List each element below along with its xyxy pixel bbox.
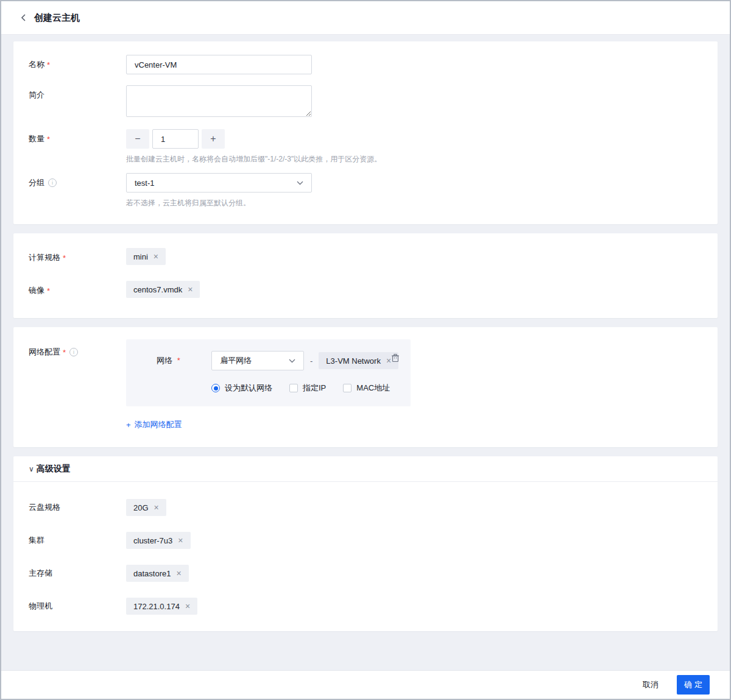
disk-spec-tag: 20G ×	[126, 499, 166, 516]
count-input[interactable]	[152, 129, 199, 149]
collapse-chevron-icon: ∨	[29, 465, 34, 473]
primary-storage-row: 主存储 datastore1 ×	[29, 565, 702, 582]
page-title: 创建云主机	[34, 12, 80, 24]
group-row: 分组 i test-1 若不选择，云主机将归属至默认分组。	[29, 173, 702, 208]
radio-selected-icon	[211, 384, 220, 392]
network-type-value: 扁平网络	[220, 355, 252, 366]
name-input[interactable]	[126, 55, 312, 74]
checkbox-unchecked-icon	[289, 384, 298, 392]
advanced-settings-title: 高级设置	[37, 464, 71, 475]
plus-icon: +	[126, 420, 131, 430]
physical-host-tag: 172.21.0.174 ×	[126, 598, 197, 615]
confirm-button[interactable]: 确定	[677, 675, 710, 695]
image-tag: centos7.vmdk ×	[126, 281, 200, 298]
mac-address-checkbox[interactable]: MAC地址	[343, 383, 390, 394]
network-card: 网络配置 * i 网络 * 扁平网络	[13, 327, 718, 447]
compute-spec-tag: mini ×	[126, 248, 166, 265]
group-select-value: test-1	[135, 179, 155, 188]
default-network-radio[interactable]: 设为默认网络	[211, 383, 272, 394]
image-label: 镜像 *	[29, 281, 126, 296]
increment-button[interactable]: +	[202, 129, 225, 149]
decrement-button[interactable]: −	[126, 129, 149, 149]
cluster-label: 集群	[29, 532, 126, 546]
name-row: 名称 *	[29, 55, 702, 74]
required-mark: *	[47, 135, 50, 144]
spec-card: 计算规格 * mini × 镜像 * centos7.vmdk	[13, 233, 718, 318]
count-stepper: − +	[126, 129, 381, 149]
network-config-label: 网络配置 * i	[29, 339, 126, 358]
description-row: 简介	[29, 85, 702, 117]
required-mark: *	[63, 348, 66, 357]
page-header: 创建云主机	[1, 1, 730, 35]
remove-icon[interactable]: ×	[154, 252, 158, 261]
network-config-panel: 网络 * 扁平网络 - L3-VM Network	[126, 339, 411, 406]
back-button[interactable]	[21, 13, 27, 22]
description-textarea[interactable]	[126, 85, 312, 117]
network-field-label: 网络 *	[157, 355, 211, 366]
required-mark: *	[47, 286, 50, 295]
cluster-row: 集群 cluster-7u3 ×	[29, 532, 702, 549]
group-label: 分组 i	[29, 173, 126, 188]
network-config-row: 网络配置 * i 网络 * 扁平网络	[29, 339, 702, 406]
compute-spec-label: 计算规格 *	[29, 248, 126, 263]
create-vm-page: 创建云主机 名称 * 简介	[0, 0, 731, 700]
info-icon: i	[69, 348, 78, 356]
primary-storage-tag: datastore1 ×	[126, 565, 189, 582]
add-network-config-link[interactable]: + 添加网络配置	[126, 419, 182, 430]
remove-icon[interactable]: ×	[185, 602, 190, 610]
checkbox-unchecked-icon	[343, 384, 351, 392]
required-mark: *	[47, 60, 50, 69]
group-select[interactable]: test-1	[126, 173, 312, 193]
primary-storage-label: 主存储	[29, 565, 126, 579]
trash-icon	[391, 353, 400, 362]
dash-separator: -	[310, 356, 313, 366]
physical-host-row: 物理机 172.21.0.174 ×	[29, 598, 702, 615]
chevron-down-icon	[289, 359, 295, 363]
advanced-settings-toggle[interactable]: ∨ 高级设置	[13, 456, 718, 482]
count-label: 数量 *	[29, 129, 126, 144]
advanced-settings-body: 云盘规格 20G × 集群 cluster-7u3 × 主存储	[13, 482, 718, 631]
l3-network-tag: L3-VM Network ×	[319, 352, 398, 369]
basic-info-card: 名称 * 简介 数量 *	[13, 41, 718, 224]
chevron-left-icon	[21, 13, 27, 22]
image-row: 镜像 * centos7.vmdk ×	[29, 281, 702, 298]
remove-icon[interactable]: ×	[178, 536, 183, 545]
info-icon: i	[48, 179, 57, 187]
group-hint: 若不选择，云主机将归属至默认分组。	[126, 198, 312, 208]
disk-spec-row: 云盘规格 20G ×	[29, 499, 702, 516]
chevron-down-icon	[297, 181, 303, 185]
remove-icon[interactable]: ×	[386, 356, 391, 365]
physical-host-label: 物理机	[29, 598, 126, 612]
footer-action-bar: 取消 确定	[1, 670, 730, 699]
advanced-settings-card: ∨ 高级设置 云盘规格 20G × 集群 cluster-7u3 ×	[13, 456, 718, 631]
count-hint: 批量创建云主机时，名称将会自动增加后缀"-1/-2/-3"以此类推，用于区分资源…	[126, 154, 381, 164]
disk-spec-label: 云盘规格	[29, 499, 126, 513]
remove-icon[interactable]: ×	[188, 285, 192, 294]
specify-ip-checkbox[interactable]: 指定IP	[289, 383, 326, 394]
cancel-button[interactable]: 取消	[640, 676, 661, 694]
count-row: 数量 * − + 批量创建云主机时，名称将会自动增加后缀"-1/-2/-3"以此…	[29, 129, 702, 164]
cluster-tag: cluster-7u3 ×	[126, 532, 191, 549]
network-type-select[interactable]: 扁平网络	[211, 351, 304, 370]
required-mark: *	[177, 356, 180, 365]
description-label: 简介	[29, 85, 126, 101]
remove-icon[interactable]: ×	[154, 503, 159, 512]
delete-network-button[interactable]	[391, 353, 400, 362]
remove-icon[interactable]: ×	[176, 569, 181, 578]
name-label: 名称 *	[29, 55, 126, 70]
compute-spec-row: 计算规格 * mini ×	[29, 248, 702, 265]
form-content: 名称 * 简介 数量 *	[1, 35, 730, 670]
required-mark: *	[63, 253, 66, 263]
